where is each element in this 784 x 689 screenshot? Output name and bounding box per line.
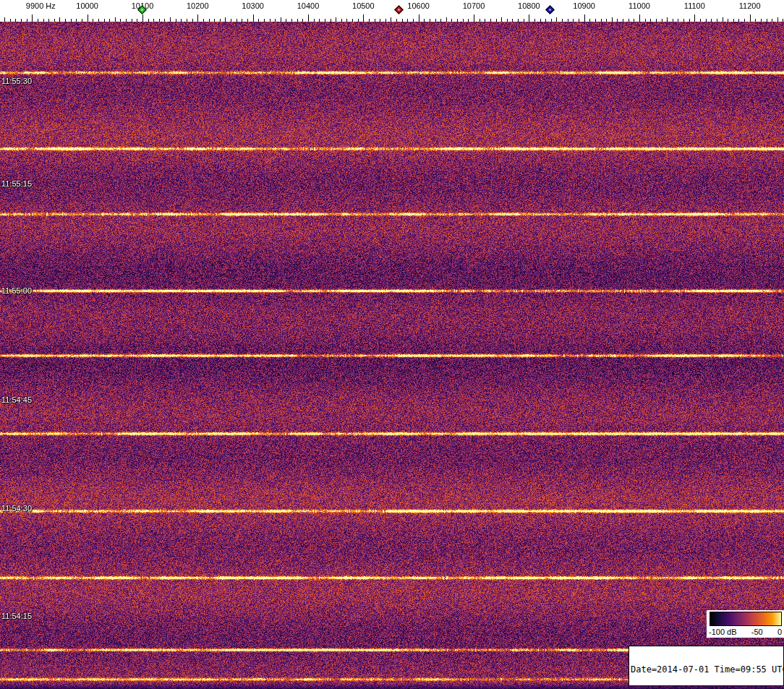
info-date-line: Date=2014-07-01 Time=09:55 UTC: [631, 665, 782, 675]
time-label: 11:54:15: [1, 612, 32, 620]
legend-mid-label: -50: [751, 626, 763, 638]
time-label: 11:55:00: [1, 286, 32, 295]
color-scale-legend: -100 dB -50 0: [707, 610, 784, 638]
time-label: 11:55:15: [1, 179, 32, 188]
waterfall-screen: 11:55:30 11:55:15 11:55:00 11:54:45 11:5…: [0, 0, 784, 689]
frequency-ruler[interactable]: [0, 0, 784, 22]
time-label: 11:55:30: [1, 77, 32, 85]
waterfall-spectrogram: [0, 22, 784, 689]
color-scale-labels: -100 dB -50 0: [708, 626, 783, 638]
color-scale-gradient: [710, 612, 782, 626]
info-box: Date=2014-07-01 Time=09:55 UTC Freq=143 …: [629, 646, 784, 686]
time-label: 11:54:45: [1, 395, 32, 404]
legend-min-label: -100 dB: [709, 626, 737, 638]
time-label: 11:54:30: [1, 504, 32, 513]
legend-max-label: 0: [777, 626, 782, 638]
